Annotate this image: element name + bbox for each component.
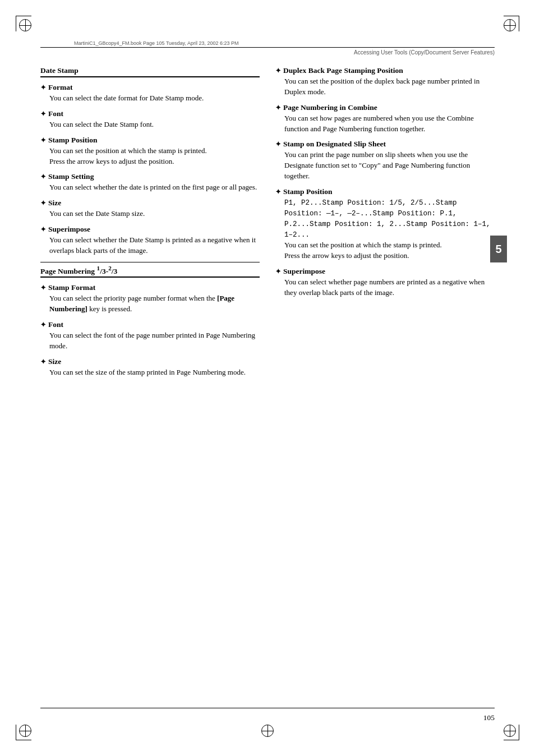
- diamond-icon: ✦: [275, 268, 281, 276]
- diamond-icon: ✦: [40, 284, 46, 292]
- chapter-number: 5: [495, 243, 501, 256]
- item-format: ✦ Format You can select the date format …: [40, 83, 260, 104]
- diamond-icon: ✦: [40, 225, 46, 234]
- item-font2-title: ✦ Font: [40, 320, 260, 329]
- diamond-icon: ✦: [275, 140, 281, 149]
- item-superimpose: ✦ Superimpose You can select whether the…: [40, 225, 260, 256]
- item-duplex-back: ✦ Duplex Back Page Stamping Position You…: [275, 66, 495, 98]
- diamond-icon: ✦: [275, 188, 281, 196]
- item-superimpose-body: You can select whether the Date Stamp is…: [49, 235, 260, 256]
- diamond-icon: ✦: [275, 67, 281, 75]
- item-stamp-setting-body: You can select whether the date is print…: [49, 182, 260, 193]
- item-stamp-format: ✦ Stamp Format You can select the priori…: [40, 283, 260, 315]
- section-date-stamp: Date Stamp: [40, 66, 260, 77]
- footer-rule: [40, 708, 495, 708]
- file-info: MartiniC1_GBcopy4_FM.book Page 105 Tuesd…: [40, 40, 495, 46]
- item-font-title: ✦ Font: [40, 109, 260, 118]
- page-number: 105: [483, 713, 495, 722]
- item-stamp-position-right: ✦ Stamp Position P1, P2...Stamp Position…: [275, 187, 495, 261]
- item-font2: ✦ Font You can select the font of the pa…: [40, 320, 260, 352]
- left-column: Date Stamp ✦ Format You can select the d…: [40, 66, 260, 383]
- diamond-icon: ✦: [40, 358, 46, 366]
- item-stamp-position-body: You can set the position at which the st…: [49, 146, 260, 167]
- item-superimpose-right-title: ✦ Superimpose: [275, 267, 495, 276]
- item-size-title: ✦ Size: [40, 199, 260, 208]
- header-rule: [40, 47, 495, 48]
- item-stamp-setting-title: ✦ Stamp Setting: [40, 172, 260, 181]
- columns: Date Stamp ✦ Format You can select the d…: [40, 66, 495, 383]
- diamond-icon: ✦: [275, 104, 281, 112]
- diamond-icon: ✦: [40, 199, 46, 208]
- item-font2-body: You can select the font of the page numb…: [49, 330, 260, 352]
- target-tr: [504, 19, 516, 31]
- item-stamp-designated-title: ✦ Stamp on Designated Slip Sheet: [275, 140, 495, 149]
- item-superimpose-right: ✦ Superimpose You can select whether pag…: [275, 267, 495, 298]
- target-bl: [19, 725, 31, 737]
- diamond-icon: ✦: [40, 110, 46, 118]
- diamond-icon: ✦: [40, 136, 46, 145]
- stamp-position-mono: P1, P2...Stamp Position: 1/5, 2/5...Stam…: [284, 199, 491, 239]
- content-area: Date Stamp ✦ Format You can select the d…: [40, 66, 495, 700]
- item-superimpose-right-body: You can select whether page numbers are …: [284, 277, 495, 298]
- item-stamp-setting: ✦ Stamp Setting You can select whether t…: [40, 172, 260, 193]
- item-size: ✦ Size You can set the Date Stamp size.: [40, 199, 260, 219]
- item-stamp-format-body: You can select the priority page number …: [49, 293, 260, 315]
- target-tl: [19, 19, 31, 31]
- diamond-icon: ✦: [40, 321, 46, 329]
- page-wrapper: MartiniC1_GBcopy4_FM.book Page 105 Tuesd…: [0, 0, 535, 756]
- section-page-numbering: Page Numbering 1/3-2/3: [40, 265, 260, 278]
- diamond-icon: ✦: [40, 173, 46, 181]
- item-duplex-back-body: You can set the position of the duplex b…: [284, 76, 495, 98]
- item-stamp-position-right-title: ✦ Stamp Position: [275, 187, 495, 196]
- item-stamp-designated: ✦ Stamp on Designated Slip Sheet You can…: [275, 140, 495, 182]
- item-size2-title: ✦ Size: [40, 357, 260, 366]
- item-stamp-position-right-body: P1, P2...Stamp Position: 1/5, 2/5...Stam…: [284, 197, 495, 261]
- header: MartiniC1_GBcopy4_FM.book Page 105 Tuesd…: [40, 40, 495, 56]
- target-bc: [261, 725, 274, 737]
- item-size-body: You can set the Date Stamp size.: [49, 209, 260, 219]
- item-page-numbering-combine-body: You can set how pages are numbered when …: [284, 113, 495, 135]
- item-superimpose-title: ✦ Superimpose: [40, 225, 260, 234]
- item-page-numbering-combine-title: ✦ Page Numbering in Combine: [275, 103, 495, 112]
- footer: 105: [40, 713, 495, 722]
- item-stamp-format-title: ✦ Stamp Format: [40, 283, 260, 292]
- item-stamp-position-title: ✦ Stamp Position: [40, 136, 260, 145]
- item-page-numbering-combine: ✦ Page Numbering in Combine You can set …: [275, 103, 495, 135]
- item-stamp-position: ✦ Stamp Position You can set the positio…: [40, 136, 260, 167]
- item-font: ✦ Font You can select the Date Stamp fon…: [40, 109, 260, 130]
- section-rule: [40, 262, 260, 262]
- diamond-icon: ✦: [40, 84, 46, 92]
- item-font-body: You can select the Date Stamp font.: [49, 119, 260, 130]
- item-format-title: ✦ Format: [40, 83, 260, 92]
- right-column: ✦ Duplex Back Page Stamping Position You…: [275, 66, 495, 383]
- item-duplex-back-title: ✦ Duplex Back Page Stamping Position: [275, 66, 495, 75]
- item-format-body: You can select the date format for Date …: [49, 93, 260, 104]
- target-br: [504, 725, 516, 737]
- header-title: Accessing User Tools (Copy/Document Serv…: [40, 49, 495, 56]
- item-size2-body: You can set the size of the stamp printe…: [49, 367, 260, 378]
- item-size2: ✦ Size You can set the size of the stamp…: [40, 357, 260, 378]
- item-stamp-designated-body: You can print the page number on slip sh…: [284, 150, 495, 182]
